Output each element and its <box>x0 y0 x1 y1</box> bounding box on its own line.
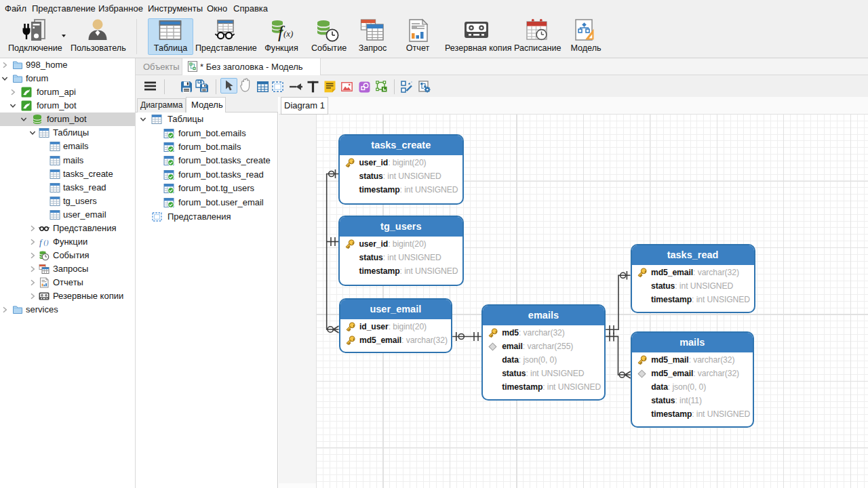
svg-text:): ) <box>45 239 48 247</box>
svg-text:(x): (x) <box>283 28 293 39</box>
svg-text:f: f <box>39 237 43 247</box>
